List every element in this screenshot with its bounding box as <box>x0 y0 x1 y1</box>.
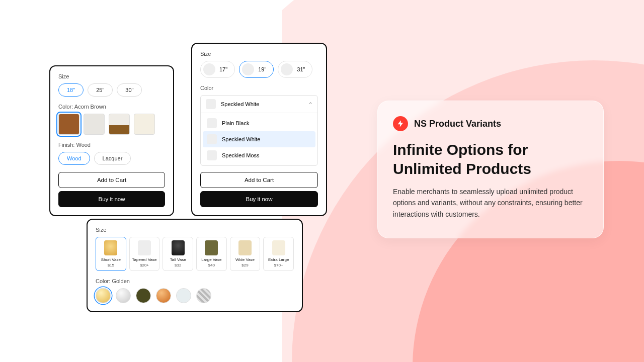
vase-icon <box>138 240 151 255</box>
color-circle-copper[interactable] <box>156 288 171 303</box>
color-label: Color <box>200 85 318 91</box>
size-chip-19[interactable]: 19" <box>239 61 274 78</box>
size-thumb-icon <box>203 63 215 75</box>
size-option-18[interactable]: 18" <box>58 83 84 97</box>
size-label: Size <box>58 73 165 79</box>
color-option-speckled-moss[interactable]: Speckled Moss <box>203 147 315 163</box>
size-label: Size <box>200 51 318 57</box>
vase-icon <box>104 240 117 255</box>
buy-now-button[interactable]: Buy it now <box>200 191 318 207</box>
tile-wide-vase[interactable]: Wide Vase$29 <box>230 237 261 271</box>
color-dropdown-value: Speckled White <box>221 101 259 107</box>
color-circle-pale[interactable] <box>176 288 191 303</box>
color-thumb-icon <box>206 99 216 109</box>
color-swatch-acorn-brown[interactable] <box>58 114 79 135</box>
finish-option-lacquer[interactable]: Lacquer <box>94 152 131 165</box>
vase-icon <box>205 240 218 255</box>
color-label: Color: Golden <box>96 278 294 284</box>
headline: Infinite Options for Unlimited Products <box>393 140 588 178</box>
brand-row: NS Product Variants <box>393 116 588 131</box>
brand-name: NS Product Variants <box>414 119 501 129</box>
color-circle-striped[interactable] <box>196 288 211 303</box>
tile-extra-large[interactable]: Extra Large$70+ <box>263 237 294 271</box>
color-option-speckled-white[interactable]: Speckled White <box>203 131 315 147</box>
size-thumb-icon <box>281 63 293 75</box>
vase-icon <box>172 240 185 255</box>
description: Enable merchants to seamlessly upload un… <box>393 186 588 220</box>
size-chip-17[interactable]: 17" <box>200 61 235 78</box>
color-label: Color: Acorn Brown <box>58 104 165 110</box>
color-option-plain-black[interactable]: Plain Black <box>203 115 315 131</box>
size-option-25[interactable]: 25" <box>88 83 113 97</box>
tile-large-vase[interactable]: Large Vase$40 <box>196 237 227 271</box>
vase-icon <box>238 240 252 255</box>
add-to-cart-button[interactable]: Add to Cart <box>58 172 165 188</box>
color-dropdown-list: Plain Black Speckled White Speckled Moss <box>201 113 317 165</box>
tile-short-vase[interactable]: Short Vase$15 <box>96 237 126 271</box>
color-dropdown-toggle[interactable]: Speckled White ⌃ <box>201 96 317 113</box>
info-panel: NS Product Variants Infinite Options for… <box>377 101 604 238</box>
finish-option-wood[interactable]: Wood <box>58 152 90 165</box>
color-swatch-cream[interactable] <box>134 114 155 135</box>
color-swatch-two-tone[interactable] <box>109 114 130 135</box>
add-to-cart-button[interactable]: Add to Cart <box>200 172 318 188</box>
variant-card-tiles: Size Short Vase$15 Tapered Vase$20+ Tall… <box>87 219 303 312</box>
size-thumb-icon <box>242 63 254 75</box>
tile-tapered-vase[interactable]: Tapered Vase$20+ <box>129 237 160 271</box>
vase-icon <box>272 240 285 255</box>
buy-now-button[interactable]: Buy it now <box>58 191 165 207</box>
color-circle-silver[interactable] <box>116 288 131 303</box>
chevron-up-icon: ⌃ <box>308 102 312 107</box>
size-label: Size <box>96 227 294 233</box>
size-chip-31[interactable]: 31" <box>278 61 312 78</box>
color-thumb-icon <box>207 150 217 160</box>
color-thumb-icon <box>207 134 217 144</box>
variant-card-buttons: Size 18" 25" 30" Color: Acorn Brown Fini… <box>49 65 174 216</box>
color-circle-golden[interactable] <box>96 288 111 303</box>
size-option-30[interactable]: 30" <box>117 83 142 97</box>
tile-tall-vase[interactable]: Tall Vase$32 <box>163 237 193 271</box>
brand-logo-icon <box>393 116 408 131</box>
color-dropdown: Speckled White ⌃ Plain Black Speckled Wh… <box>200 95 318 166</box>
color-circle-olive[interactable] <box>136 288 151 303</box>
color-swatch-light[interactable] <box>84 114 105 135</box>
finish-label: Finish: Wood <box>58 142 165 148</box>
color-thumb-icon <box>207 118 217 128</box>
variant-card-dropdown: Size 17" 19" 31" Color Speckled White ⌃ … <box>191 43 327 216</box>
